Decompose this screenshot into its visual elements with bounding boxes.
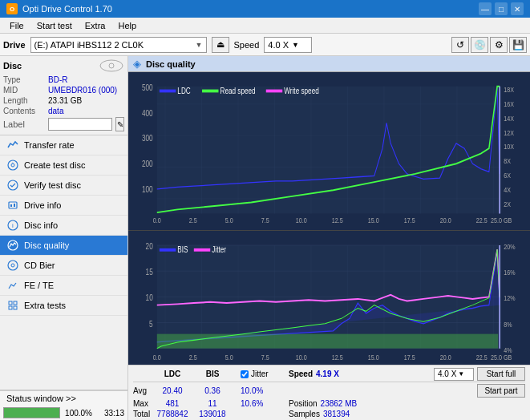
svg-text:100: 100 xyxy=(142,185,153,194)
drive-select[interactable]: (E:) ATAPI iHBS112 2 CL0K ▼ xyxy=(30,37,207,53)
svg-text:15.0: 15.0 xyxy=(368,353,379,361)
nav-transfer-rate[interactable]: Transfer rate xyxy=(0,135,127,155)
speed-stat-dropdown[interactable]: 4.0 X ▼ xyxy=(434,368,474,381)
position-label: Position xyxy=(289,399,318,408)
avg-jitter: 10.0% xyxy=(241,386,263,395)
svg-text:22.5: 22.5 xyxy=(476,353,488,361)
disc-panel-icon xyxy=(99,59,124,72)
svg-point-0 xyxy=(100,60,123,71)
svg-text:20.0: 20.0 xyxy=(440,353,451,361)
speed-select[interactable]: 4.0 X ▼ xyxy=(264,37,312,53)
svg-text:10.0: 10.0 xyxy=(296,353,307,361)
svg-text:22.5: 22.5 xyxy=(476,216,488,224)
avg-ldc: 20.40 xyxy=(162,386,182,395)
svg-text:0.0: 0.0 xyxy=(153,216,161,224)
svg-text:17.5: 17.5 xyxy=(404,216,415,224)
max-bis: 11 xyxy=(208,399,216,408)
svg-text:5.0: 5.0 xyxy=(225,216,233,224)
minimize-button[interactable]: — xyxy=(479,2,492,15)
disc-panel: Disc Type BD-R MID UMEBDR016 (000) Lengt… xyxy=(0,56,127,135)
nav-create-test-disc[interactable]: + Create test disc xyxy=(0,155,127,176)
titlebar: O Opti Drive Control 1.70 — □ ✕ xyxy=(0,0,530,18)
nav-create-test-disc-label: Create test disc xyxy=(24,160,85,170)
disc-button[interactable]: 💿 xyxy=(471,37,488,53)
svg-text:12.5: 12.5 xyxy=(332,216,343,224)
disc-panel-title: Disc xyxy=(3,61,22,71)
top-chart-svg: 500 400 300 200 100 18X 16X 14X 12X 10X xyxy=(128,72,530,230)
label-input[interactable] xyxy=(48,118,112,131)
nav-disc-quality[interactable]: Disc quality xyxy=(0,236,127,256)
max-label: Max xyxy=(133,399,152,408)
samples-label: Samples xyxy=(289,410,320,418)
nav-disc-info[interactable]: i Disc info xyxy=(0,216,127,236)
svg-text:10: 10 xyxy=(146,293,153,302)
maximize-button[interactable]: □ xyxy=(495,2,508,15)
svg-text:20: 20 xyxy=(146,242,153,251)
svg-text:Jitter: Jitter xyxy=(212,245,226,254)
total-ldc: 7788842 xyxy=(157,410,188,418)
length-label: Length xyxy=(3,96,45,105)
svg-rect-8 xyxy=(14,204,15,207)
svg-text:200: 200 xyxy=(142,160,153,168)
total-label: Total xyxy=(133,410,152,418)
svg-text:20%: 20% xyxy=(504,243,515,251)
close-button[interactable]: ✕ xyxy=(511,2,524,15)
svg-text:BIS: BIS xyxy=(177,245,188,254)
svg-rect-86 xyxy=(157,333,498,348)
drivebar: Drive (E:) ATAPI iHBS112 2 CL0K ▼ ⏏ Spee… xyxy=(0,34,530,56)
menubar: File Start test Extra Help xyxy=(0,18,530,34)
svg-point-5 xyxy=(8,180,18,190)
jitter-checkbox[interactable] xyxy=(241,370,249,378)
svg-rect-6 xyxy=(9,202,17,208)
svg-text:2X: 2X xyxy=(504,200,511,208)
transfer-rate-icon xyxy=(6,139,19,151)
svg-text:0.0: 0.0 xyxy=(153,353,161,361)
eject-button[interactable]: ⏏ xyxy=(212,37,229,53)
menu-file[interactable]: File xyxy=(3,20,30,31)
contents-value: data xyxy=(48,107,63,115)
start-part-button[interactable]: Start part xyxy=(477,384,525,398)
jitter-checkbox-area[interactable]: Jitter xyxy=(241,370,289,378)
menu-help[interactable]: Help xyxy=(111,20,143,31)
type-value: BD-R xyxy=(48,75,67,84)
drive-select-text: (E:) ATAPI iHBS112 2 CL0K xyxy=(34,40,192,50)
label-edit-button[interactable]: ✎ xyxy=(115,117,124,131)
svg-rect-22 xyxy=(157,87,501,214)
svg-text:16%: 16% xyxy=(504,269,515,277)
svg-rect-82 xyxy=(160,248,176,252)
nav-verify-test-disc[interactable]: Verify test disc xyxy=(0,176,127,196)
svg-text:7.5: 7.5 xyxy=(261,353,269,361)
content-area: ◈ Disc quality xyxy=(128,56,530,420)
status-window-label: Status window >> xyxy=(6,394,76,403)
svg-text:400: 400 xyxy=(142,109,153,118)
nav-items: Transfer rate + Create test disc Verify … xyxy=(0,135,127,316)
disc-quality-header: ◈ Disc quality xyxy=(128,56,530,72)
nav-drive-info[interactable]: Drive info xyxy=(0,196,127,216)
nav-verify-test-disc-label: Verify test disc xyxy=(24,180,81,190)
status-window-button[interactable]: Status window >> xyxy=(0,390,127,406)
save-button[interactable]: 💾 xyxy=(509,37,527,53)
refresh-button[interactable]: ↺ xyxy=(451,37,469,53)
svg-point-12 xyxy=(8,260,18,270)
start-full-button[interactable]: Start full xyxy=(477,367,525,381)
statusbar: Status window >> 100.0% 33:13 xyxy=(0,390,127,420)
max-ldc: 481 xyxy=(166,399,180,408)
menu-starttest[interactable]: Start test xyxy=(30,20,79,31)
app-window: O Opti Drive Control 1.70 — □ ✕ File Sta… xyxy=(0,0,530,420)
settings-button[interactable]: ⚙ xyxy=(490,37,508,53)
nav-fe-te-label: FE / TE xyxy=(24,281,54,290)
svg-text:500: 500 xyxy=(142,83,153,92)
svg-rect-84 xyxy=(194,248,210,252)
nav-cd-bier[interactable]: CD Bier xyxy=(0,256,127,276)
svg-point-1 xyxy=(109,63,114,68)
disc-info-icon: i xyxy=(6,219,19,232)
nav-extra-tests[interactable]: Extra tests xyxy=(0,296,127,316)
svg-text:i: i xyxy=(12,222,14,229)
svg-text:8X: 8X xyxy=(504,158,511,166)
menu-extra[interactable]: Extra xyxy=(79,20,112,31)
nav-fe-te[interactable]: FE / TE xyxy=(0,276,127,296)
disc-quality-icon xyxy=(6,239,19,252)
svg-text:15: 15 xyxy=(146,268,153,277)
app-icon: O xyxy=(6,3,18,14)
time-text: 33:13 xyxy=(95,409,124,418)
